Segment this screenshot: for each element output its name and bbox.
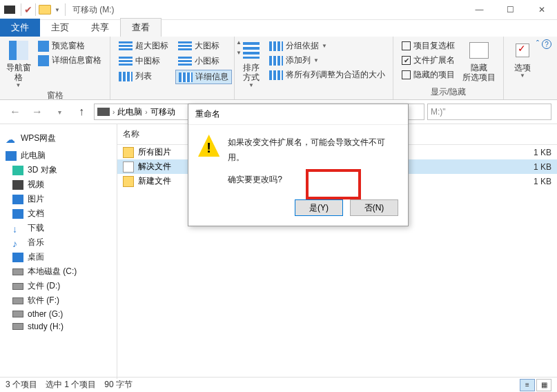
checkbox-item-checkboxes[interactable]: 项目复选框 [399, 39, 458, 52]
group-label-view [240, 88, 387, 99]
search-input[interactable]: M:)" [427, 104, 551, 120]
tab-file[interactable]: 文件 [0, 19, 40, 37]
checkbox-icon [402, 70, 411, 79]
layout-small[interactable]: 小图标 [175, 55, 232, 68]
sidebar-documents[interactable]: 文档 [0, 206, 117, 221]
sidebar-drive-g[interactable]: other (G:) [0, 308, 117, 320]
downloads-icon: ↓ [12, 224, 23, 233]
up-button[interactable]: ↑ [72, 102, 91, 121]
quick-access-save-icon[interactable]: ✔ [24, 4, 32, 15]
forward-button[interactable]: → [28, 102, 47, 121]
group-label-showhide: 显示/隐藏 [399, 85, 498, 98]
sidebar-downloads[interactable]: ↓下载 [0, 221, 117, 235]
list-icon [119, 72, 133, 81]
view-details-button[interactable]: ≡ [520, 379, 535, 391]
addcol-icon [269, 56, 283, 66]
chevron-down-icon: ▼ [16, 82, 21, 88]
sidebar-3d-objects[interactable]: 3D 对象 [0, 163, 117, 177]
view-thumbnails-button[interactable]: ▦ [536, 379, 551, 391]
sidebar-pictures[interactable]: 图片 [0, 192, 117, 206]
tab-share[interactable]: 共享 [80, 19, 120, 37]
dialog-message-2: 确实要更改吗? [228, 172, 398, 187]
title-bar: ✔ ▼ 可移动 (M:) ― ☐ ✕ [0, 0, 557, 20]
hide-icon [469, 42, 489, 59]
dialog-title: 重命名 [188, 104, 408, 125]
sidebar-drive-c[interactable]: 本地磁盘 (C:) [0, 264, 117, 279]
layout-details[interactable]: 详细信息 [175, 70, 232, 84]
ribbon-tabs: 文件 主页 共享 查看 [0, 20, 557, 37]
tab-home[interactable]: 主页 [40, 19, 80, 37]
music-icon: ♪ [12, 238, 23, 248]
checkbox-file-extensions[interactable]: ✔文件扩展名 [399, 54, 458, 67]
folder-icon [123, 147, 134, 158]
chevron-down-icon[interactable]: ▼ [55, 7, 60, 13]
sidebar-drive-d[interactable]: 文件 (D:) [0, 279, 117, 293]
sidebar-drive-f[interactable]: 软件 (F:) [0, 293, 117, 308]
layout-large[interactable]: 大图标 [175, 39, 232, 52]
search-placeholder: M:)" [431, 107, 446, 117]
layout-list[interactable]: 列表 [116, 70, 171, 83]
group-label-panes: 窗格 [6, 88, 104, 101]
autosize-columns-button[interactable]: 将所有列调整为合适的大小 [266, 68, 388, 81]
sidebar-desktop[interactable]: 桌面 [0, 250, 117, 264]
window-title: 可移动 (M:) [72, 4, 115, 16]
sort-button[interactable]: 排序方式 ▼ [240, 39, 262, 88]
breadcrumb-drive[interactable]: 可移动 [150, 106, 175, 118]
video-icon [12, 180, 23, 190]
checkbox-icon [402, 41, 411, 50]
tab-view[interactable]: 查看 [120, 18, 162, 37]
collapse-ribbon-icon[interactable]: ˆ [536, 39, 539, 49]
group-label-layout [116, 87, 228, 98]
sidebar-wps[interactable]: ☁WPS网盘 [0, 131, 117, 146]
status-item-count: 3 个项目 [6, 379, 37, 391]
drive-icon [97, 108, 110, 116]
column-size[interactable] [516, 124, 557, 144]
add-columns-button[interactable]: 添加列 ▼ [266, 54, 388, 67]
sidebar-music[interactable]: ♪音乐 [0, 235, 117, 250]
dialog-message-1: 如果改变文件扩展名，可能会导致文件不可用。 [228, 135, 398, 165]
checkbox-icon: ✔ [402, 56, 411, 65]
navigation-pane-button[interactable]: 导航窗格 ▼ [6, 39, 31, 88]
back-button[interactable]: ← [6, 102, 25, 121]
status-selection: 选中 1 个项目 [46, 379, 96, 391]
minimize-button[interactable]: ― [464, 0, 495, 19]
group-icon [269, 41, 283, 51]
folder-icon [39, 5, 51, 14]
sidebar: ☁WPS网盘 此电脑 3D 对象 视频 图片 文档 ↓下载 ♪音乐 桌面 本地磁… [0, 124, 117, 379]
preview-pane-button[interactable]: 预览窗格 [35, 39, 104, 52]
sidebar-this-pc[interactable]: 此电脑 [0, 148, 117, 163]
ribbon: ˆ ? 导航窗格 ▼ 预览窗格 详细信息窗格 窗格 超大图标 中图标 列表 大图… [0, 37, 557, 100]
desktop-icon [12, 253, 23, 262]
details-icon [179, 72, 193, 82]
hide-selected-button[interactable]: 隐藏 所选项目 [462, 39, 496, 82]
yes-button[interactable]: 是(Y) [295, 199, 343, 216]
medium-icon [119, 57, 133, 66]
sort-icon [243, 42, 260, 59]
chevron-down-icon: ▼ [520, 72, 525, 79]
cloud-icon: ☁ [6, 134, 17, 144]
documents-icon [12, 209, 23, 219]
drive-icon [12, 268, 23, 275]
sidebar-drive-h[interactable]: study (H:) [0, 320, 117, 333]
sidebar-videos[interactable]: 视频 [0, 177, 117, 192]
maximize-button[interactable]: ☐ [495, 0, 526, 19]
checkbox-hidden-items[interactable]: 隐藏的项目 [399, 68, 458, 81]
pc-icon [6, 151, 17, 161]
status-size: 90 字节 [104, 379, 133, 391]
divider [35, 3, 36, 16]
group-by-button[interactable]: 分组依据 ▼ [266, 39, 388, 52]
chevron-down-icon: ▼ [248, 82, 254, 88]
status-bar: 3 个项目 选中 1 个项目 90 字节 ≡ ▦ [0, 377, 557, 392]
chevron-right-icon: › [113, 108, 115, 116]
large-icon [178, 41, 192, 51]
layout-medium[interactable]: 中图标 [116, 55, 171, 68]
breadcrumb-pc[interactable]: 此电脑 [117, 106, 142, 118]
options-button[interactable]: 选项 ▼ [509, 39, 536, 79]
no-button[interactable]: 否(N) [350, 199, 398, 216]
layout-xlarge[interactable]: 超大图标 [116, 39, 171, 52]
details-pane-button[interactable]: 详细信息窗格 [35, 54, 104, 67]
help-icon[interactable]: ? [542, 39, 551, 49]
close-button[interactable]: ✕ [526, 0, 557, 19]
recent-locations-button[interactable]: ▾ [50, 102, 69, 121]
drive-icon [12, 297, 23, 304]
